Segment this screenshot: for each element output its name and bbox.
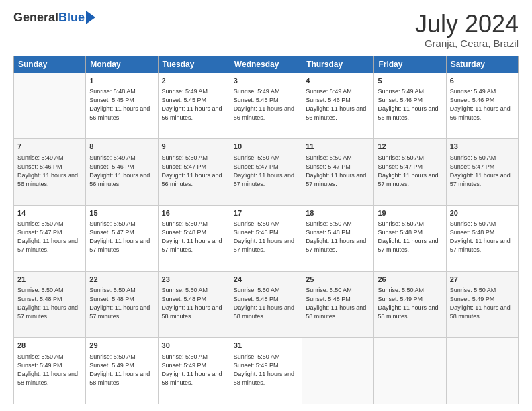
week-row-1: 1Sunrise: 5:48 AMSunset: 5:45 PMDaylight… — [14, 73, 519, 139]
calendar-cell: 27Sunrise: 5:50 AMSunset: 5:49 PMDayligh… — [446, 271, 518, 338]
day-info: Sunrise: 5:50 AMSunset: 5:49 PMDaylight:… — [162, 353, 226, 387]
week-row-4: 21Sunrise: 5:50 AMSunset: 5:48 PMDayligh… — [14, 271, 519, 338]
calendar-cell: 9Sunrise: 5:50 AMSunset: 5:47 PMDaylight… — [158, 139, 230, 205]
calendar-cell: 4Sunrise: 5:49 AMSunset: 5:46 PMDaylight… — [302, 73, 374, 139]
day-number: 1 — [89, 76, 154, 86]
calendar-cell: 29Sunrise: 5:50 AMSunset: 5:49 PMDayligh… — [86, 338, 158, 404]
calendar-cell: 5Sunrise: 5:49 AMSunset: 5:46 PMDaylight… — [374, 73, 446, 139]
day-info: Sunrise: 5:50 AMSunset: 5:48 PMDaylight:… — [450, 220, 515, 255]
day-info: Sunrise: 5:49 AMSunset: 5:46 PMDaylight:… — [378, 87, 442, 122]
day-header-tuesday: Tuesday — [158, 56, 230, 73]
day-header-thursday: Thursday — [302, 56, 374, 73]
day-number: 16 — [162, 208, 226, 218]
day-number: 6 — [450, 76, 515, 86]
calendar-cell — [374, 338, 446, 404]
day-number: 9 — [162, 142, 226, 152]
day-number: 30 — [162, 340, 226, 351]
title-section: July 2024 Granja, Ceara, Brazil — [415, 11, 519, 49]
day-info: Sunrise: 5:50 AMSunset: 5:47 PMDaylight:… — [306, 154, 370, 189]
logo-general-text: General — [13, 11, 58, 25]
day-number: 10 — [234, 142, 298, 152]
day-info: Sunrise: 5:50 AMSunset: 5:49 PMDaylight:… — [450, 286, 515, 321]
day-number: 20 — [450, 208, 515, 218]
day-number: 27 — [450, 275, 515, 285]
day-info: Sunrise: 5:49 AMSunset: 5:45 PMDaylight:… — [234, 87, 298, 122]
day-number: 23 — [162, 275, 226, 285]
calendar-cell — [446, 338, 518, 404]
day-number: 18 — [306, 208, 370, 218]
day-info: Sunrise: 5:50 AMSunset: 5:47 PMDaylight:… — [162, 154, 226, 189]
calendar-cell: 28Sunrise: 5:50 AMSunset: 5:49 PMDayligh… — [14, 338, 86, 404]
calendar-cell: 12Sunrise: 5:50 AMSunset: 5:47 PMDayligh… — [374, 139, 446, 205]
calendar-cell: 21Sunrise: 5:50 AMSunset: 5:48 PMDayligh… — [14, 271, 86, 338]
calendar-cell: 1Sunrise: 5:48 AMSunset: 5:45 PMDaylight… — [86, 73, 158, 139]
calendar-cell: 18Sunrise: 5:50 AMSunset: 5:48 PMDayligh… — [302, 205, 374, 271]
day-info: Sunrise: 5:50 AMSunset: 5:49 PMDaylight:… — [378, 286, 442, 321]
day-number: 3 — [234, 76, 298, 86]
day-info: Sunrise: 5:50 AMSunset: 5:48 PMDaylight:… — [378, 220, 442, 255]
calendar-cell: 26Sunrise: 5:50 AMSunset: 5:49 PMDayligh… — [374, 271, 446, 338]
header: General Blue July 2024 Granja, Ceara, Br… — [13, 11, 519, 49]
day-number: 15 — [89, 208, 154, 218]
calendar-cell — [302, 338, 374, 404]
day-number: 22 — [89, 275, 154, 285]
day-header-sunday: Sunday — [14, 56, 86, 73]
day-info: Sunrise: 5:50 AMSunset: 5:48 PMDaylight:… — [306, 286, 370, 321]
day-info: Sunrise: 5:50 AMSunset: 5:47 PMDaylight:… — [378, 154, 442, 189]
calendar-cell: 17Sunrise: 5:50 AMSunset: 5:48 PMDayligh… — [230, 205, 302, 271]
day-number: 25 — [306, 275, 370, 285]
calendar-cell: 19Sunrise: 5:50 AMSunset: 5:48 PMDayligh… — [374, 205, 446, 271]
calendar-cell: 6Sunrise: 5:49 AMSunset: 5:46 PMDaylight… — [446, 73, 518, 139]
day-info: Sunrise: 5:50 AMSunset: 5:48 PMDaylight:… — [162, 286, 226, 321]
calendar-cell: 3Sunrise: 5:49 AMSunset: 5:45 PMDaylight… — [230, 73, 302, 139]
day-number: 31 — [234, 340, 298, 351]
day-info: Sunrise: 5:50 AMSunset: 5:48 PMDaylight:… — [162, 220, 226, 255]
day-info: Sunrise: 5:50 AMSunset: 5:49 PMDaylight:… — [234, 353, 298, 387]
day-number: 14 — [17, 208, 82, 218]
calendar-cell: 8Sunrise: 5:49 AMSunset: 5:46 PMDaylight… — [86, 139, 158, 205]
week-row-3: 14Sunrise: 5:50 AMSunset: 5:47 PMDayligh… — [14, 205, 519, 271]
day-number: 26 — [378, 275, 442, 285]
calendar-cell: 11Sunrise: 5:50 AMSunset: 5:47 PMDayligh… — [302, 139, 374, 205]
day-number: 21 — [17, 275, 82, 285]
day-number: 8 — [89, 142, 154, 152]
week-row-5: 28Sunrise: 5:50 AMSunset: 5:49 PMDayligh… — [14, 338, 519, 404]
day-header-friday: Friday — [374, 56, 446, 73]
calendar-cell: 13Sunrise: 5:50 AMSunset: 5:47 PMDayligh… — [446, 139, 518, 205]
logo-blue-text: Blue — [58, 11, 85, 25]
calendar-table: SundayMondayTuesdayWednesdayThursdayFrid… — [13, 56, 519, 404]
day-number: 24 — [234, 275, 298, 285]
day-info: Sunrise: 5:50 AMSunset: 5:47 PMDaylight:… — [234, 154, 298, 189]
calendar-page: General Blue July 2024 Granja, Ceara, Br… — [0, 0, 532, 411]
day-info: Sunrise: 5:50 AMSunset: 5:48 PMDaylight:… — [89, 286, 154, 321]
day-info: Sunrise: 5:49 AMSunset: 5:46 PMDaylight:… — [306, 87, 370, 122]
day-number: 2 — [162, 76, 226, 86]
day-info: Sunrise: 5:50 AMSunset: 5:47 PMDaylight:… — [89, 220, 154, 255]
day-header-monday: Monday — [86, 56, 158, 73]
week-row-2: 7Sunrise: 5:49 AMSunset: 5:46 PMDaylight… — [14, 139, 519, 205]
calendar-cell: 30Sunrise: 5:50 AMSunset: 5:49 PMDayligh… — [158, 338, 230, 404]
calendar-cell: 23Sunrise: 5:50 AMSunset: 5:48 PMDayligh… — [158, 271, 230, 338]
header-row: SundayMondayTuesdayWednesdayThursdayFrid… — [14, 56, 519, 73]
day-info: Sunrise: 5:50 AMSunset: 5:48 PMDaylight:… — [17, 286, 82, 321]
calendar-cell: 24Sunrise: 5:50 AMSunset: 5:48 PMDayligh… — [230, 271, 302, 338]
day-number: 11 — [306, 142, 370, 152]
calendar-cell: 14Sunrise: 5:50 AMSunset: 5:47 PMDayligh… — [14, 205, 86, 271]
day-number: 12 — [378, 142, 442, 152]
calendar-cell: 22Sunrise: 5:50 AMSunset: 5:48 PMDayligh… — [86, 271, 158, 338]
logo-arrow-icon — [86, 11, 95, 24]
day-info: Sunrise: 5:49 AMSunset: 5:46 PMDaylight:… — [89, 154, 154, 189]
day-number: 7 — [17, 142, 82, 152]
day-number: 5 — [378, 76, 442, 86]
day-header-wednesday: Wednesday — [230, 56, 302, 73]
day-info: Sunrise: 5:50 AMSunset: 5:49 PMDaylight:… — [89, 353, 154, 387]
day-number: 19 — [378, 208, 442, 218]
day-info: Sunrise: 5:50 AMSunset: 5:48 PMDaylight:… — [306, 220, 370, 255]
day-info: Sunrise: 5:50 AMSunset: 5:48 PMDaylight:… — [234, 286, 298, 321]
calendar-cell: 15Sunrise: 5:50 AMSunset: 5:47 PMDayligh… — [86, 205, 158, 271]
day-info: Sunrise: 5:50 AMSunset: 5:48 PMDaylight:… — [234, 220, 298, 255]
day-number: 28 — [17, 340, 82, 351]
calendar-cell: 10Sunrise: 5:50 AMSunset: 5:47 PMDayligh… — [230, 139, 302, 205]
day-number: 17 — [234, 208, 298, 218]
month-title: July 2024 — [415, 11, 519, 38]
